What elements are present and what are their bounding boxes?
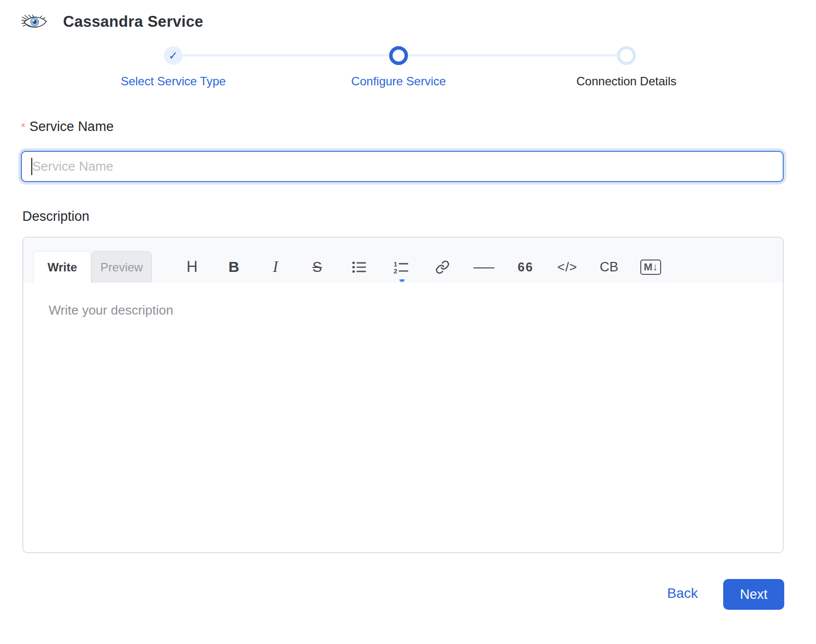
description-editor-body[interactable]: Write your description: [23, 283, 783, 552]
text-caret: [31, 158, 32, 175]
step-label-select-service-type: Select Service Type: [99, 74, 248, 88]
service-name-label-row: * Service Name: [21, 119, 114, 136]
step-indicator-select-service-type: ✓: [164, 46, 183, 65]
link-icon: [435, 260, 450, 274]
horizontal-rule-icon: —: [474, 258, 494, 275]
required-asterisk: *: [21, 119, 25, 136]
service-name-label: Service Name: [29, 119, 114, 134]
code-block-icon: CB: [600, 259, 618, 275]
numbered-list-icon: 12: [393, 259, 408, 275]
description-label: Description: [22, 209, 89, 224]
svg-text:1: 1: [393, 260, 397, 267]
description-markdown-editor: Write Preview H B I S: [22, 237, 784, 553]
tab-write[interactable]: Write: [33, 251, 91, 283]
numbered-list-button[interactable]: 12: [390, 253, 411, 281]
service-name-input[interactable]: [21, 151, 784, 182]
bulleted-list-button[interactable]: [348, 253, 370, 281]
next-button[interactable]: Next: [723, 579, 784, 610]
bulleted-list-icon: [351, 259, 367, 275]
check-icon: ✓: [168, 50, 178, 62]
wizard-stepper: ✓ Select Service Type Configure Service …: [0, 0, 816, 99]
step-connector: [408, 54, 617, 57]
heading-icon: H: [187, 258, 198, 276]
quote-icon: 66: [518, 260, 534, 274]
tab-preview[interactable]: Preview: [91, 251, 152, 283]
italic-button[interactable]: I: [265, 253, 286, 281]
code-icon: </>: [557, 259, 578, 275]
step-indicator-connection-details: [617, 46, 636, 65]
configure-service-page: Cassandra Service ✓ Select Service Type …: [0, 0, 816, 644]
strikethrough-button[interactable]: S: [306, 253, 328, 281]
horizontal-rule-button[interactable]: —: [473, 253, 495, 281]
step-label-connection-details: Connection Details: [552, 74, 701, 88]
strikethrough-icon: S: [312, 259, 322, 275]
heading-button[interactable]: H: [181, 253, 203, 281]
back-button[interactable]: Back: [655, 585, 710, 601]
svg-text:2: 2: [393, 267, 397, 275]
inline-code-button[interactable]: </>: [556, 253, 578, 281]
step-connector: [183, 54, 389, 57]
step-indicator-configure-service: [389, 46, 408, 65]
markdown-icon: M↓: [640, 259, 661, 275]
bold-button[interactable]: B: [223, 253, 245, 281]
link-button[interactable]: [431, 253, 453, 281]
step-label-configure-service: Configure Service: [324, 74, 473, 88]
description-placeholder: Write your description: [49, 303, 173, 318]
italic-icon: I: [273, 258, 278, 276]
markdown-help-button[interactable]: M↓: [640, 253, 662, 281]
quote-button[interactable]: 66: [515, 253, 537, 281]
bold-icon: B: [228, 258, 239, 275]
editor-toolbar-header: Write Preview H B I S: [23, 238, 783, 283]
formatting-toolbar: H B I S: [181, 251, 662, 283]
code-block-button[interactable]: CB: [598, 253, 620, 281]
